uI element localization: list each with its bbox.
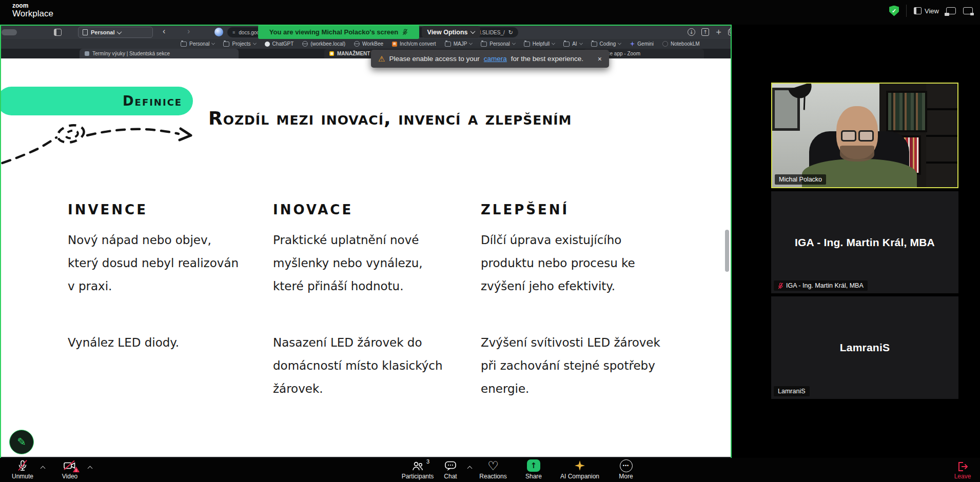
camera-permission-banner: Please enable access to your camera for … <box>371 50 609 68</box>
brand-zoom: zoom <box>12 3 53 9</box>
mic-muted-icon <box>16 459 29 472</box>
forward-button[interactable]: › <box>187 27 190 36</box>
bookmark-label: Gemini <box>637 41 654 47</box>
globe-icon <box>302 41 308 47</box>
tab-overview-icon[interactable] <box>728 29 732 35</box>
bookmark-item[interactable]: ChatGPT <box>265 41 294 47</box>
books-row-top <box>886 91 928 132</box>
chevron-down-icon <box>618 42 621 45</box>
globe-icon <box>354 41 360 47</box>
view-button[interactable]: View <box>914 7 939 15</box>
dashed-arrow-doodle <box>1 104 211 196</box>
participants-count: 3 <box>426 458 429 465</box>
annotation-button[interactable] <box>9 430 34 454</box>
bookmark-item[interactable]: Personal <box>481 41 515 47</box>
bookmark-label: (workbee.local) <box>310 41 345 47</box>
audio-options-caret[interactable] <box>41 463 45 472</box>
bookmark-item[interactable]: Coding <box>591 41 621 47</box>
participant-tile[interactable]: LamraniS LamraniS <box>771 296 958 399</box>
participant-name: LamraniS <box>778 388 806 395</box>
view-options-button[interactable]: View Options <box>422 26 480 38</box>
notification-prefix: Please enable access to your <box>389 55 479 63</box>
reactions-label: Reactions <box>479 473 506 480</box>
bookmark-item[interactable]: AI <box>563 41 582 47</box>
ai-companion-label: AI Companion <box>560 473 599 480</box>
folder-icon <box>223 42 229 47</box>
video-options-caret[interactable] <box>88 463 92 472</box>
slide-column-zlepseni: ZLEPŠENÍ Dílčí úprava existujícího produ… <box>481 202 665 438</box>
reload-icon[interactable] <box>508 29 513 36</box>
zoom-workplace-logo: zoom Workplace <box>12 3 53 18</box>
minimize-window-icon[interactable] <box>946 7 956 14</box>
bookmark-label: Helpfull <box>533 41 550 47</box>
folder-icon <box>181 42 187 47</box>
bookmark-item[interactable]: Inch/cm convert <box>392 41 436 47</box>
more-button[interactable]: More <box>612 459 640 480</box>
browser-tab[interactable]: Termíny výuky | Studentská sekce <box>80 49 239 58</box>
bookmark-item[interactable]: Projects <box>223 41 256 47</box>
person-glasses <box>834 130 880 142</box>
bookmark-item[interactable]: WorkBee <box>354 41 383 47</box>
account-avatar-icon[interactable] <box>214 28 223 36</box>
bookmark-item[interactable]: (workbee.local) <box>302 41 345 47</box>
bookmark-label: NotebookLM <box>671 41 700 47</box>
bookmark-item[interactable]: NotebookLM <box>662 41 700 47</box>
bookmark-item[interactable]: Gemini <box>630 41 654 47</box>
browser-profile-chip[interactable]: Personal <box>78 27 153 38</box>
participants-icon <box>411 460 424 472</box>
participants-button[interactable]: 3 Participants <box>396 459 439 480</box>
slide-title: Rozdíl mezi inovací, invencí a zlepšením <box>208 108 680 129</box>
chevron-down-icon <box>579 42 583 45</box>
downloads-icon[interactable] <box>688 28 695 36</box>
leave-icon <box>957 461 968 472</box>
bookmark-item[interactable]: Personal <box>181 41 214 47</box>
ai-companion-button[interactable]: AI Companion <box>554 459 605 480</box>
ellipsis-icon <box>620 459 633 472</box>
unmute-button[interactable]: Unmute <box>4 459 41 480</box>
folder-icon <box>591 42 597 47</box>
leave-button[interactable]: Leave <box>948 459 977 480</box>
participant-name: Michal Polacko <box>779 176 822 183</box>
chevron-down-icon <box>117 29 122 34</box>
bookmark-label: WorkBee <box>362 41 383 47</box>
new-tab-icon[interactable] <box>715 28 722 35</box>
chat-options-caret[interactable] <box>468 463 472 472</box>
video-tile-active-speaker[interactable]: Michal Polacko <box>771 83 958 188</box>
share-page-icon[interactable] <box>701 28 709 36</box>
brand-workplace: Workplace <box>12 9 53 18</box>
chat-button[interactable]: Chat <box>436 459 465 480</box>
video-button[interactable]: Video <box>51 459 88 480</box>
bookmark-item[interactable]: MAJP <box>445 41 473 47</box>
zoom-top-bar: zoom Workplace ✓ View <box>0 0 980 25</box>
back-button[interactable]: ‹ <box>163 27 165 36</box>
scrollbar-thumb[interactable] <box>725 230 729 272</box>
security-shield-icon[interactable]: ✓ <box>889 6 899 16</box>
bookmark-label: MAJP <box>454 41 467 47</box>
share-button[interactable]: Share <box>519 459 548 480</box>
view-label: View <box>925 7 939 15</box>
viewing-text: You are viewing Michal Polacko's screen <box>269 28 398 36</box>
folder-icon <box>524 42 530 47</box>
shared-screen-window: Personal ‹ › docs.google.c =id.SLIDES_/ <box>0 25 732 460</box>
popout-window-icon[interactable] <box>963 7 973 14</box>
folder-icon <box>563 42 570 47</box>
shelf-cubbies <box>926 84 957 187</box>
participant-name-tag: IGA - Ing. Martin Král, MBA <box>774 280 868 291</box>
participant-tile[interactable]: IGA - Ing. Martin Král, MBA IGA - Ing. M… <box>771 191 958 293</box>
column-example: Nasazení LED žárovek do domácností místo… <box>273 331 453 400</box>
close-icon[interactable]: × <box>598 55 602 63</box>
column-example: Zvýšení svítivosti LED žárovek při zacho… <box>481 331 665 400</box>
heart-icon <box>487 460 499 472</box>
sidebar-toggle-icon[interactable] <box>54 29 62 36</box>
chevron-down-icon <box>253 42 257 45</box>
chevron-down-icon <box>469 42 473 45</box>
slide-column-inovace: INOVACE Praktické uplatnění nové myšlenk… <box>273 202 453 438</box>
slide-column-invence: INVENCE Nový nápad nebo objev, který dos… <box>68 202 245 438</box>
meeting-toolbar: Unmute Video <box>0 458 980 482</box>
reactions-button[interactable]: Reactions <box>473 459 513 480</box>
tab-search-pill[interactable] <box>2 29 17 35</box>
bookmark-label: AI <box>572 41 577 47</box>
sparkle-icon <box>575 460 585 471</box>
camera-link[interactable]: camera <box>484 55 507 63</box>
bookmark-item[interactable]: Helpfull <box>524 41 555 47</box>
